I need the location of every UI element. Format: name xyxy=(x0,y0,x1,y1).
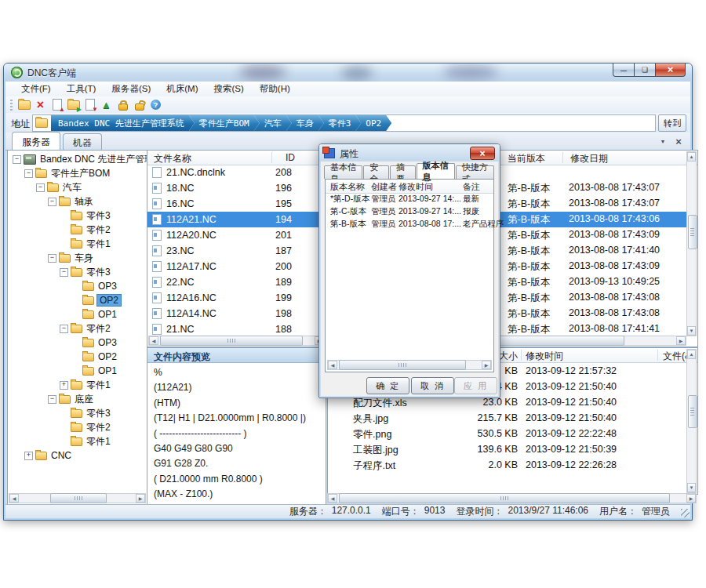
minimize-button[interactable] xyxy=(613,64,635,77)
address-box[interactable]: Bandex DNC 先进生产管理系统零件生产BOM汽车车身零件3OP2 xyxy=(32,114,656,132)
expander-icon[interactable] xyxy=(48,395,56,404)
column-header-note[interactable]: 备注 xyxy=(463,181,480,193)
menu-item[interactable]: 服务器(S) xyxy=(104,82,158,96)
menu-item[interactable]: 帮助(H) xyxy=(252,82,298,96)
dialog-title-bar[interactable]: 属性 xyxy=(319,144,500,162)
scroll-down-icon[interactable] xyxy=(687,483,696,492)
dialog-tab-安全[interactable]: 安全 xyxy=(363,165,389,179)
scroll-right-icon[interactable] xyxy=(676,336,686,345)
tree-item[interactable]: 零件1 xyxy=(8,378,147,392)
attachment-row[interactable]: 夹具.jpg215.7 KB2013-09-12 21:50:40 xyxy=(328,411,687,426)
tree-item[interactable]: 零件3 xyxy=(8,406,147,420)
tree-item[interactable]: OP3 xyxy=(8,279,147,293)
scroll-right-icon[interactable] xyxy=(482,361,491,369)
tree-item[interactable]: 零件2 xyxy=(8,420,147,434)
resize-grip[interactable] xyxy=(681,509,690,517)
attachment-row[interactable]: 子程序.txt2.0 KB2013-09-12 22:26:28 xyxy=(328,458,687,474)
column-header-time[interactable]: 修改时间 xyxy=(526,350,563,363)
delete-icon[interactable]: × xyxy=(32,98,49,112)
tree-item[interactable]: 轴承 xyxy=(8,194,147,209)
column-header-name[interactable]: 文件名称 xyxy=(154,152,191,165)
tree-item[interactable]: 汽车 xyxy=(8,180,147,194)
column-header-version-name[interactable]: 版本名称 xyxy=(330,181,365,193)
tree-item[interactable]: 零件1 xyxy=(8,237,147,251)
file-row[interactable]: 112A17.NC200 xyxy=(147,259,326,274)
dialog-close-button[interactable] xyxy=(470,147,495,160)
send-up-icon[interactable]: ▲ xyxy=(98,98,115,112)
file-row[interactable]: 18.NC196 xyxy=(147,180,326,196)
scroll-up-icon[interactable] xyxy=(687,350,696,359)
tree-item[interactable]: 车身 xyxy=(8,251,147,265)
upload-file-icon[interactable]: ▲ xyxy=(49,98,65,112)
expander-icon[interactable] xyxy=(48,254,56,263)
tab-服务器[interactable]: 服务器 xyxy=(12,132,60,150)
lock-icon[interactable] xyxy=(115,98,131,112)
column-separator[interactable] xyxy=(657,350,658,361)
cancel-button[interactable]: 取 消 xyxy=(411,377,454,394)
column-header-date[interactable]: 修改日期 xyxy=(570,152,608,165)
expander-icon[interactable] xyxy=(60,325,68,333)
tree-item[interactable]: 零件3 xyxy=(8,209,147,223)
unlock-icon[interactable] xyxy=(131,98,147,112)
breadcrumb-segment[interactable]: 零件生产BOM xyxy=(189,115,260,131)
dialog-tab-摘要[interactable]: 摘要 xyxy=(390,165,416,179)
scroll-thumb[interactable] xyxy=(339,360,466,370)
menu-item[interactable]: 工具(T) xyxy=(59,82,104,96)
transfer-folder-icon[interactable]: ▶ xyxy=(65,98,82,112)
maximize-button[interactable] xyxy=(634,64,656,77)
scroll-right-icon[interactable] xyxy=(136,494,145,503)
menu-item[interactable]: 文件(F) xyxy=(13,82,59,96)
scroll-up-icon[interactable] xyxy=(687,152,696,162)
scroll-thumb[interactable] xyxy=(688,215,697,249)
tree-item[interactable]: 零件1 xyxy=(8,434,147,448)
menu-item[interactable]: 搜索(S) xyxy=(206,82,251,96)
scroll-thumb[interactable] xyxy=(50,493,107,503)
column-header-id[interactable]: ID xyxy=(286,152,295,163)
panel-close-icon[interactable] xyxy=(673,136,684,147)
help-icon[interactable]: ? xyxy=(147,98,164,112)
breadcrumb-segment[interactable]: 汽车 xyxy=(254,115,292,131)
column-header-creator[interactable]: 创建者 xyxy=(371,181,397,193)
column-separator[interactable] xyxy=(521,350,522,361)
file-row[interactable]: 22.NC189 xyxy=(147,274,326,290)
scroll-left-icon[interactable] xyxy=(149,336,158,345)
expander-icon[interactable] xyxy=(36,183,45,192)
close-button[interactable] xyxy=(655,64,686,77)
expander-icon[interactable] xyxy=(60,268,68,277)
dialog-tab-基本信息[interactable]: 基本信息 xyxy=(324,165,362,179)
breadcrumb-segment[interactable]: 零件3 xyxy=(318,115,362,131)
tree-item[interactable]: CNC xyxy=(8,448,147,463)
scroll-right-icon[interactable] xyxy=(686,494,696,503)
breadcrumb-segment[interactable]: 车身 xyxy=(286,115,324,131)
folder-icon[interactable] xyxy=(16,98,32,112)
scroll-left-icon[interactable] xyxy=(328,494,337,503)
breadcrumb-segment[interactable]: Bandex DNC 先进生产管理系统 xyxy=(51,115,195,131)
tree-item[interactable]: 零件生产BOM xyxy=(8,166,147,180)
scroll-left-icon[interactable] xyxy=(9,494,19,503)
scroll-down-icon[interactable] xyxy=(687,326,696,336)
expander-icon[interactable] xyxy=(48,198,56,206)
scroll-left-icon[interactable] xyxy=(328,361,337,369)
tree-item[interactable]: 底座 xyxy=(8,392,147,406)
attachment-row[interactable]: 工装图.jpg139.6 KB2013-09-12 21:50:39 xyxy=(328,442,687,458)
column-separator[interactable] xyxy=(562,152,563,163)
file-row[interactable]: 112A16.NC199 xyxy=(147,290,326,306)
expander-icon[interactable] xyxy=(24,169,33,178)
column-header-version[interactable]: 当前版本 xyxy=(508,152,545,165)
file-row[interactable]: 112A14.NC198 xyxy=(147,306,326,321)
expander-icon[interactable] xyxy=(60,381,68,390)
file-list-hscrollbar[interactable] xyxy=(148,336,325,346)
scroll-thumb[interactable] xyxy=(160,336,303,346)
dialog-tab-快捷方式[interactable]: 快捷方式 xyxy=(456,165,494,179)
tree-item[interactable]: Bandex DNC 先进生产管理系统 xyxy=(8,152,147,166)
tree-item[interactable]: 零件2 xyxy=(8,223,147,237)
scroll-thumb[interactable] xyxy=(339,493,670,503)
tree-item[interactable]: 零件2 xyxy=(8,321,147,336)
file-row[interactable]: 112A20.NC201 xyxy=(147,227,326,243)
download-file-icon[interactable]: ▼ xyxy=(82,98,98,112)
tree-item[interactable]: OP2 xyxy=(8,293,147,307)
ok-button[interactable]: 确 定 xyxy=(366,377,409,394)
attachment-vscrollbar[interactable] xyxy=(686,349,697,493)
dialog-tab-版本信息[interactable]: 版本信息 xyxy=(417,163,455,179)
column-separator[interactable] xyxy=(271,152,272,163)
